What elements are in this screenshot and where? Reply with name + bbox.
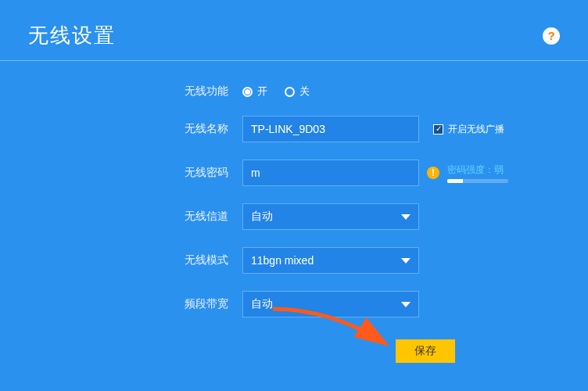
broadcast-label: 开启无线广播 <box>448 123 504 136</box>
page-title: 无线设置 <box>28 22 116 49</box>
page-header: 无线设置 ? <box>0 0 588 61</box>
mode-value: 11bgn mixed <box>251 254 314 267</box>
help-icon[interactable]: ? <box>543 27 560 45</box>
ssid-input[interactable] <box>242 116 419 142</box>
label-ssid: 无线名称 <box>0 122 242 136</box>
label-bandwidth: 频段带宽 <box>0 297 242 311</box>
radio-off[interactable]: 关 <box>285 84 310 99</box>
save-button[interactable]: 保存 <box>396 339 455 363</box>
channel-value: 自动 <box>251 210 273 224</box>
password-strength-bar <box>447 179 508 183</box>
radio-on-label: 开 <box>257 84 267 99</box>
broadcast-checkbox[interactable]: ✓ <box>433 124 443 135</box>
radio-on[interactable]: 开 <box>242 84 267 99</box>
password-input[interactable] <box>242 160 419 186</box>
bandwidth-select[interactable]: 自动 <box>242 291 419 317</box>
row-bandwidth: 频段带宽 自动 <box>0 291 588 317</box>
channel-select[interactable]: 自动 <box>242 203 419 230</box>
password-strength: 密码强度：弱 <box>447 163 508 183</box>
row-wireless-function: 无线功能 开 关 <box>0 84 588 99</box>
chevron-down-icon <box>401 302 411 307</box>
row-password: 无线密码 ! 密码强度：弱 <box>0 160 588 186</box>
mode-select[interactable]: 11bgn mixed <box>242 247 419 274</box>
bandwidth-value: 自动 <box>251 297 273 311</box>
row-mode: 无线模式 11bgn mixed <box>0 247 588 274</box>
radio-off-label: 关 <box>299 84 310 99</box>
label-password: 无线密码 <box>0 166 242 180</box>
radio-on-dot <box>242 87 253 97</box>
broadcast-option: ✓ 开启无线广播 <box>433 123 504 136</box>
chevron-down-icon <box>401 214 411 220</box>
radio-off-dot <box>285 87 295 97</box>
label-mode: 无线模式 <box>0 253 242 267</box>
password-strength-fill <box>447 179 463 183</box>
row-ssid: 无线名称 ✓ 开启无线广播 <box>0 116 588 142</box>
wireless-settings-form: 无线功能 开 关 无线名称 ✓ 开启无线广播 无线密码 ! <box>0 61 588 317</box>
row-channel: 无线信道 自动 <box>0 203 588 230</box>
chevron-down-icon <box>401 258 411 264</box>
password-strength-label: 密码强度：弱 <box>447 163 508 177</box>
label-wireless-function: 无线功能 <box>0 84 242 99</box>
label-channel: 无线信道 <box>0 210 242 224</box>
warning-icon: ! <box>427 167 439 179</box>
